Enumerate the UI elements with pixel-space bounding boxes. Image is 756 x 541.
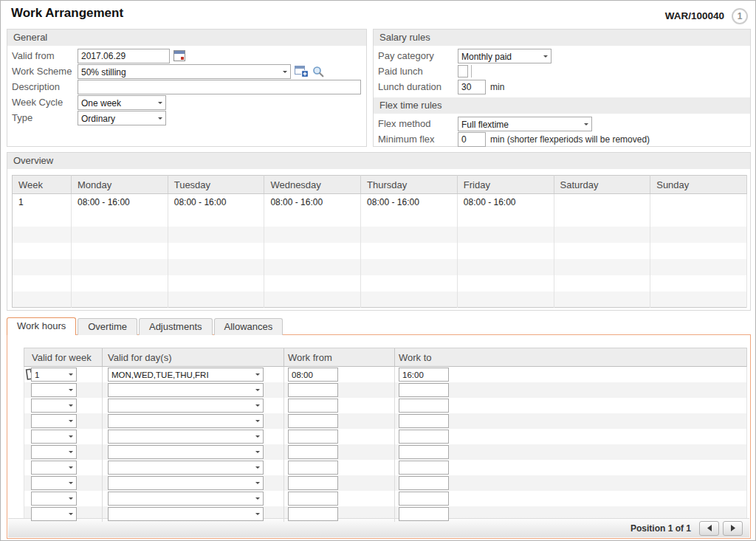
work-to-input[interactable] [399, 399, 449, 413]
next-page-button[interactable] [723, 521, 743, 536]
valid-week-select[interactable] [31, 414, 77, 428]
new-window-icon[interactable] [295, 66, 309, 77]
valid-days-select[interactable] [108, 414, 264, 428]
overview-cell [650, 275, 747, 292]
column-divider [284, 348, 284, 366]
work-scheme-label: Work Scheme [12, 66, 78, 77]
chevron-down-icon [69, 482, 73, 486]
valid-days-select[interactable] [108, 430, 264, 444]
overview-cell [72, 227, 168, 243]
overview-cell: 08:00 - 16:00 [457, 194, 554, 210]
work-from-input[interactable] [288, 399, 338, 413]
work-from-input[interactable] [288, 461, 338, 475]
valid-days-select[interactable] [108, 461, 264, 475]
overview-cell [554, 292, 650, 308]
work-to-input[interactable] [399, 461, 449, 475]
valid-from-input[interactable] [78, 49, 170, 63]
overview-cell [264, 259, 361, 275]
work-to-input[interactable] [399, 414, 449, 428]
valid-week-select[interactable] [31, 399, 77, 413]
work-to-input[interactable] [399, 430, 449, 444]
work-to-input[interactable] [399, 368, 449, 382]
overview-col-friday: Friday [457, 176, 554, 194]
valid-days-select[interactable] [108, 445, 264, 459]
work-to-input[interactable] [399, 492, 449, 506]
overview-row [13, 227, 747, 243]
chevron-down-icon [255, 451, 260, 455]
work-from-input[interactable] [288, 445, 338, 459]
pay-category-label: Pay category [378, 50, 458, 61]
tab-allowances[interactable]: Allowances [214, 318, 284, 335]
overview-cell [457, 227, 554, 243]
valid-week-select[interactable]: 1 [31, 368, 77, 382]
column-divider [394, 367, 395, 522]
work-from-input[interactable] [288, 368, 338, 382]
valid-days-select[interactable] [108, 476, 264, 490]
week-cycle-select[interactable]: One week [78, 95, 166, 110]
work-to-input[interactable] [399, 383, 449, 397]
overview-cell [650, 210, 747, 227]
work-from-input[interactable] [288, 507, 338, 521]
overview-cell [264, 275, 361, 292]
flex-method-label: Flex method [378, 118, 458, 129]
valid-week-select[interactable] [31, 507, 77, 521]
valid-days-select[interactable] [108, 492, 264, 506]
chevron-down-icon [543, 55, 548, 60]
overview-cell [554, 227, 650, 243]
tab-overtime[interactable]: Overtime [78, 318, 137, 335]
chevron-down-icon [255, 513, 260, 517]
valid-days-select[interactable]: MON,WED,TUE,THU,FRI [108, 368, 264, 382]
valid-week-select[interactable] [31, 476, 77, 490]
work-to-input[interactable] [399, 507, 449, 521]
overview-cell [72, 210, 168, 227]
type-select[interactable]: Ordinary [78, 111, 166, 125]
work-to-input[interactable] [399, 476, 449, 490]
overview-panel: Overview WeekMondayTuesdayWednesdayThurs… [7, 152, 751, 311]
overview-cell [457, 292, 554, 308]
valid-days-select[interactable] [108, 399, 264, 413]
valid-week-select[interactable] [31, 383, 77, 397]
count-badge[interactable]: 1 [732, 8, 748, 24]
work-hours-row: 1MON,WED,TUE,THU,FRI [24, 367, 746, 382]
section-header-general: General [7, 30, 366, 46]
work-from-input[interactable] [288, 492, 338, 506]
overview-cell [650, 194, 747, 210]
valid-week-select[interactable] [31, 492, 77, 506]
calendar-icon[interactable] [173, 50, 186, 62]
search-icon[interactable] [312, 66, 324, 77]
divider [471, 65, 472, 77]
overview-cell [361, 275, 458, 292]
overview-cell [457, 243, 554, 259]
chevron-down-icon [158, 102, 162, 106]
work-from-input[interactable] [288, 414, 338, 428]
valid-days-select[interactable] [108, 507, 264, 521]
description-input[interactable] [78, 80, 361, 94]
chevron-down-icon [255, 420, 260, 424]
work-from-input[interactable] [288, 383, 338, 397]
work-scheme-select[interactable]: 50% stilling [78, 64, 291, 79]
grid-col-valid-for-day-s: Valid for day(s) [108, 352, 171, 363]
tab-work-hours[interactable]: Work hours [7, 317, 76, 335]
lunch-duration-input[interactable] [458, 80, 486, 94]
flex-method-select[interactable]: Full flextime [458, 117, 592, 131]
overview-cell [457, 259, 554, 275]
lunch-duration-unit: min [490, 82, 504, 92]
work-from-input[interactable] [288, 430, 338, 444]
minimum-flex-input[interactable] [458, 132, 486, 147]
valid-week-select[interactable] [31, 430, 77, 444]
pay-category-select[interactable]: Monthly paid [458, 49, 551, 63]
work-hours-grid: Valid for weekValid for day(s)Work fromW… [24, 348, 747, 522]
overview-row [13, 243, 747, 259]
previous-page-button[interactable] [699, 521, 719, 536]
position-indicator: Position 1 of 1 [630, 523, 691, 534]
work-to-input[interactable] [399, 445, 449, 459]
tab-adjustments[interactable]: Adjustments [139, 318, 213, 335]
section-header-flex-time-rules: Flex time rules [374, 97, 750, 114]
overview-cell [457, 275, 554, 292]
valid-week-select[interactable] [31, 445, 77, 459]
overview-cell [361, 259, 458, 275]
valid-days-select[interactable] [108, 383, 264, 397]
work-from-input[interactable] [288, 476, 338, 490]
paid-lunch-checkbox[interactable] [458, 65, 468, 77]
valid-week-select[interactable] [31, 461, 77, 475]
